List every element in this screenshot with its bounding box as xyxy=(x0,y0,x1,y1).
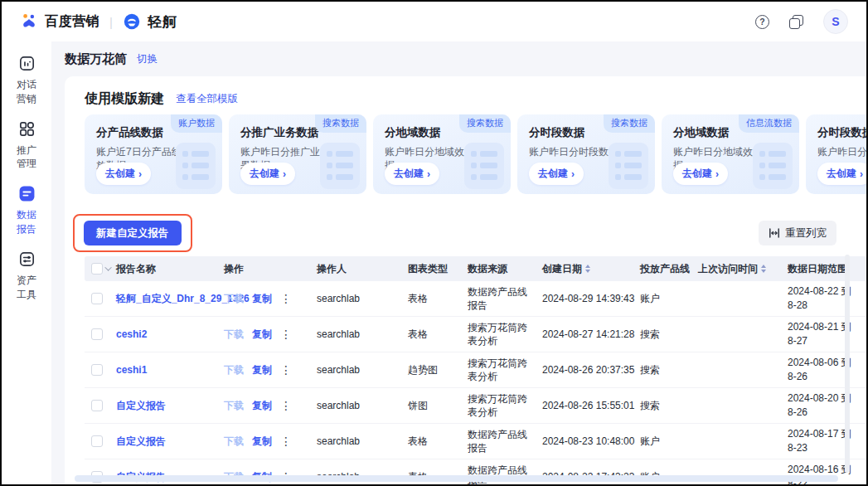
switch-app-icon[interactable] xyxy=(789,15,803,29)
create-from-template-button[interactable]: 去创建› xyxy=(817,163,866,185)
sidebar: 对话营销 推广管理 数据报告 xyxy=(2,41,51,484)
report-name-link[interactable]: ceshi1 xyxy=(116,364,224,376)
more-actions-icon[interactable]: ⋮ xyxy=(280,400,292,411)
created-date-cell: 2024-08-23 10:48:00 xyxy=(542,435,640,447)
chevron-right-icon: › xyxy=(860,168,863,180)
created-date-cell: 2024-08-29 14:39:43 xyxy=(542,293,640,304)
more-actions-icon[interactable]: ⋮ xyxy=(280,293,292,304)
create-from-template-button[interactable]: 去创建› xyxy=(529,163,584,185)
view-all-templates-link[interactable]: 查看全部模版 xyxy=(176,92,238,106)
app-window: 百度营销 | 轻舸 ? S 对话营销 xyxy=(0,0,868,486)
sidebar-item-data-report[interactable]: 数据报告 xyxy=(16,185,36,236)
reset-column-width-button[interactable]: 重置列宽 xyxy=(759,221,836,245)
chart-type-cell: 表格 xyxy=(408,328,468,342)
horizontal-scrollbar[interactable] xyxy=(75,475,838,482)
report-name-link[interactable]: 自定义报告 xyxy=(116,435,224,449)
created-date-cell: 2024-08-26 20:37:35 xyxy=(542,364,640,376)
page-title: 数据万花筒 xyxy=(65,51,127,67)
card-badge: 搜索数据 xyxy=(604,114,655,133)
chart-type-cell: 饼图 xyxy=(408,399,468,413)
table-row: ceshi1 下载 复制 ⋮ searchlab 趋势图 搜索万花筒跨表分析 2… xyxy=(85,352,866,388)
help-icon[interactable]: ? xyxy=(755,15,769,29)
report-name-link[interactable]: 轻舸_自定义_Dhr_8_29_1326 xyxy=(116,292,224,306)
copy-link[interactable]: 复制 xyxy=(252,328,272,342)
page-title-row: 数据万花筒 切换 xyxy=(51,41,866,76)
row-checkbox[interactable] xyxy=(91,293,103,304)
new-custom-report-button[interactable]: 新建自定义报告 xyxy=(84,221,182,245)
operator-cell: searchlab xyxy=(317,328,408,340)
select-all-checkbox[interactable] xyxy=(91,263,103,275)
table-header-row: 报告名称 操作 操作人 图表类型 数据来源 创建日期 投放产品线 上次访问时间 … xyxy=(85,256,866,281)
table-row: ceshi2 下载 复制 ⋮ searchlab 表格 搜索万花筒跨表分析 20… xyxy=(85,317,866,352)
report-name-link[interactable]: ceshi2 xyxy=(116,328,224,340)
chart-type-cell: 趋势图 xyxy=(408,363,468,377)
row-checkbox[interactable] xyxy=(91,400,103,411)
copy-link[interactable]: 复制 xyxy=(252,435,272,449)
data-source-cell: 数据跨产品线报告 xyxy=(468,285,542,312)
download-link[interactable]: 下载 xyxy=(224,328,244,342)
cta-label: 去创建 xyxy=(538,167,568,181)
column-width-icon xyxy=(769,227,780,239)
operator-cell: searchlab xyxy=(317,435,408,447)
create-from-template-button[interactable]: 去创建› xyxy=(673,163,728,185)
reset-column-width-label: 重置列宽 xyxy=(785,226,827,241)
card-title: 分时段数据 xyxy=(817,125,866,140)
table-deco-icon xyxy=(320,143,360,189)
download-link[interactable]: 下载 xyxy=(224,435,244,449)
vertical-scrollbar[interactable] xyxy=(845,255,850,473)
avatar-letter: S xyxy=(832,15,839,28)
template-card-list: 账户数据 分产品线数据 账户近7日分产品线的投放数据 去创建› 搜索数据 分推广… xyxy=(85,114,866,194)
column-header-report-name: 报告名称 xyxy=(116,262,224,276)
copy-link[interactable]: 复制 xyxy=(252,399,272,413)
table-deco-icon xyxy=(176,143,216,189)
row-checkbox[interactable] xyxy=(91,364,103,376)
grid-icon xyxy=(18,120,36,138)
column-header-operation: 操作 xyxy=(224,262,317,276)
sidebar-item-dialog-marketing[interactable]: 对话营销 xyxy=(16,55,36,106)
annotation-highlight-box: 新建自定义报告 xyxy=(73,214,192,252)
create-from-template-button[interactable]: 去创建› xyxy=(385,163,439,185)
create-from-template-button[interactable]: 去创建› xyxy=(240,163,295,185)
brand-primary-text: 百度营销 xyxy=(45,13,99,31)
row-checkbox[interactable] xyxy=(91,328,103,340)
column-header-created-date[interactable]: 创建日期 xyxy=(542,262,640,276)
column-header-label: 创建日期 xyxy=(542,262,582,276)
template-section-header: 使用模版新建 查看全部模版 xyxy=(85,90,866,108)
more-actions-icon[interactable]: ⋮ xyxy=(280,328,292,340)
data-source-cell: 搜索万花筒跨表分析 xyxy=(468,357,542,383)
operator-cell: searchlab xyxy=(317,364,408,376)
download-link[interactable]: 下载 xyxy=(224,363,244,377)
create-from-template-button[interactable]: 去创建› xyxy=(96,163,151,185)
copy-link[interactable]: 复制 xyxy=(252,363,272,377)
template-section-title: 使用模版新建 xyxy=(85,90,164,108)
card-badge: 搜索数据 xyxy=(315,114,366,133)
data-source-cell: 数据跨产品线报告 xyxy=(468,428,542,454)
template-card: 信息流数据 分地域数据 账户昨日分地域效果数据 去创建› xyxy=(662,114,799,194)
header-actions: ? S xyxy=(755,9,848,34)
download-link[interactable]: 下载 xyxy=(224,292,244,306)
sort-icon xyxy=(761,265,766,273)
operator-cell: searchlab xyxy=(317,293,408,304)
sidebar-item-asset-tools[interactable]: 资产工具 xyxy=(16,250,36,302)
user-avatar[interactable]: S xyxy=(823,9,848,34)
switch-link[interactable]: 切换 xyxy=(137,52,158,66)
cta-label: 去创建 xyxy=(394,167,424,181)
download-link[interactable]: 下载 xyxy=(224,399,244,413)
chevron-down-icon[interactable] xyxy=(104,264,111,270)
main-area: 数据万花筒 切换 使用模版新建 查看全部模版 账户数据 分产品线数据 账户近7日… xyxy=(51,41,866,484)
card-badge: 信息流数据 xyxy=(739,114,799,133)
product-line-cell: 搜索 xyxy=(640,363,698,377)
report-table: 报告名称 操作 操作人 图表类型 数据来源 创建日期 投放产品线 上次访问时间 … xyxy=(85,256,866,484)
row-checkbox[interactable] xyxy=(91,435,103,447)
product-line-cell: 搜索 xyxy=(640,328,698,342)
table-deco-icon xyxy=(753,143,793,189)
sort-icon xyxy=(585,265,590,273)
copy-link[interactable]: 复制 xyxy=(252,292,272,306)
sidebar-item-promotion-management[interactable]: 推广管理 xyxy=(16,120,36,172)
column-header-last-visit[interactable]: 上次访问时间 xyxy=(698,262,788,276)
more-actions-icon[interactable]: ⋮ xyxy=(280,364,292,376)
report-name-link[interactable]: 自定义报告 xyxy=(116,399,224,413)
more-actions-icon[interactable]: ⋮ xyxy=(280,435,292,447)
chevron-right-icon: › xyxy=(138,168,142,180)
cta-label: 去创建 xyxy=(105,167,135,181)
